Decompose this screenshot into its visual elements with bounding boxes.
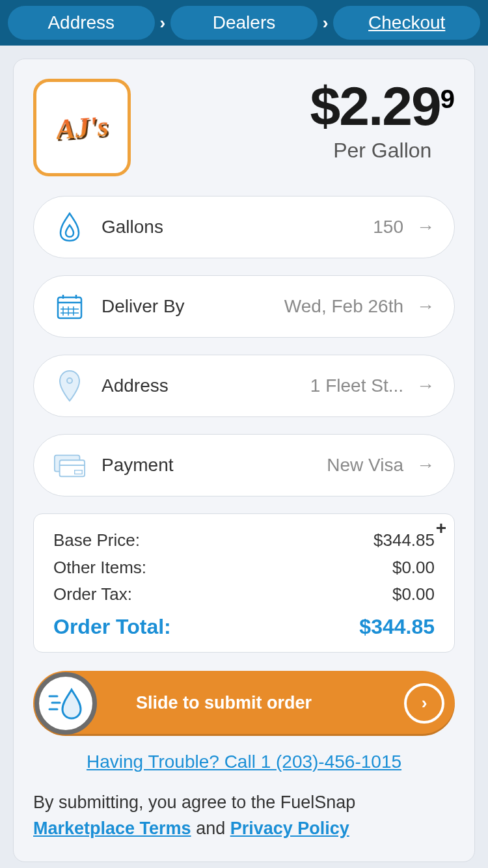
payment-label: Payment — [102, 455, 327, 476]
terms-prefix: By submitting, you agree to the FuelSnap — [33, 793, 355, 812]
gallons-value: 150 — [373, 217, 403, 237]
gallons-label: Gallons — [102, 217, 373, 237]
price-unit: Per Gallon — [310, 139, 455, 163]
payment-row[interactable]: Payment New Visa → — [33, 434, 455, 496]
chevron-right-icon: › — [323, 13, 329, 33]
slider-knob[interactable] — [34, 672, 97, 735]
payment-value: New Visa — [327, 455, 403, 476]
deliver-row[interactable]: Deliver By Wed, Feb 26th → — [33, 275, 455, 338]
credit-card-icon — [53, 449, 86, 481]
svg-rect-0 — [58, 297, 81, 318]
header-row: AJ's $2.299 Per Gallon — [33, 79, 455, 176]
price-main: $2.29 — [310, 75, 441, 137]
slider-arrow-icon: › — [404, 683, 444, 724]
dealer-logo: AJ's — [33, 79, 131, 176]
chevron-right-icon: → — [416, 455, 435, 476]
breadcrumb-checkout[interactable]: Checkout — [333, 6, 480, 40]
breadcrumb-dealers[interactable]: Dealers — [170, 6, 318, 40]
order-summary: + Base Price: $344.85 Other Items: $0.00… — [33, 513, 455, 653]
chevron-right-icon: → — [416, 217, 435, 237]
address-label: Address — [102, 375, 310, 396]
trouble-link[interactable]: Having Trouble? Call 1 (203)-456-1015 — [87, 752, 401, 772]
chevron-right-icon: › — [160, 13, 166, 33]
checkout-card: AJ's $2.299 Per Gallon Gallons 150 → Del… — [13, 59, 475, 862]
privacy-policy-link[interactable]: Privacy Policy — [230, 819, 349, 838]
order-tax-label: Order Tax: — [53, 581, 132, 608]
motion-drop-icon — [48, 687, 83, 720]
marketplace-terms-link[interactable]: Marketplace Terms — [33, 819, 191, 838]
base-price-value: $344.85 — [373, 527, 435, 554]
breadcrumb: Address › Dealers › Checkout — [0, 0, 488, 46]
chevron-right-icon: → — [416, 375, 435, 396]
deliver-value: Wed, Feb 26th — [284, 296, 403, 317]
calendar-icon — [53, 290, 86, 323]
price-block: $2.299 Per Gallon — [310, 79, 455, 163]
other-items-value: $0.00 — [392, 554, 435, 582]
order-total-label: Order Total: — [53, 615, 171, 639]
gallons-row[interactable]: Gallons 150 → — [33, 196, 455, 258]
terms-middle: and — [191, 819, 230, 838]
address-value: 1 Fleet St... — [310, 375, 403, 396]
trouble-row: Having Trouble? Call 1 (203)-456-1015 — [33, 752, 455, 772]
deliver-label: Deliver By — [102, 296, 284, 317]
terms-text: By submitting, you agree to the FuelSnap… — [33, 789, 455, 842]
expand-plus-icon[interactable]: + — [436, 518, 446, 539]
slider-label: Slide to submit order — [44, 693, 404, 713]
pin-icon — [53, 370, 86, 402]
order-tax-value: $0.00 — [392, 581, 435, 608]
address-row[interactable]: Address 1 Fleet St... → — [33, 355, 455, 417]
price-value: $2.299 — [310, 79, 455, 133]
chevron-right-icon: → — [416, 296, 435, 317]
breadcrumb-address[interactable]: Address — [8, 6, 155, 40]
base-price-label: Base Price: — [53, 527, 140, 554]
other-items-label: Other Items: — [53, 554, 146, 582]
flame-drop-icon — [53, 211, 86, 243]
order-total-value: $344.85 — [359, 615, 435, 639]
price-decimal: 9 — [441, 85, 455, 113]
dealer-logo-text: AJ's — [55, 109, 109, 146]
submit-slider[interactable]: Slide to submit order › — [33, 671, 455, 736]
